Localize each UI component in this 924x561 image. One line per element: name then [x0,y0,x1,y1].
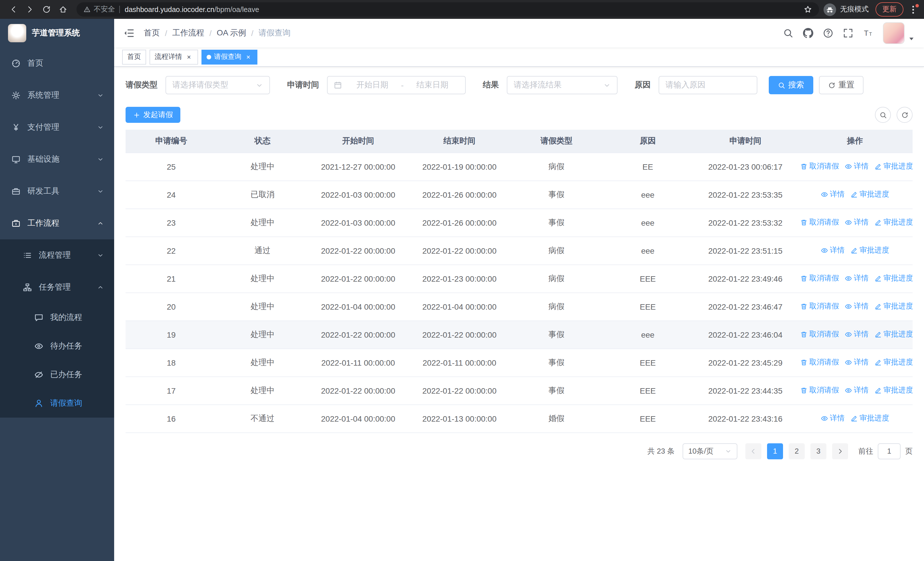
leave-type-select[interactable]: 请选择请假类型 [165,76,270,94]
tab-close-icon[interactable]: × [185,53,193,61]
action-detail-link[interactable]: 详情 [844,273,868,284]
cell-id: 18 [126,349,217,376]
docs-help-button[interactable] [823,28,833,38]
action-progress-link[interactable]: 审批进度 [874,357,913,368]
leave-type-placeholder: 请选择请假类型 [172,80,228,90]
sidebar-collapse-button[interactable] [123,27,135,39]
breadcrumb-item[interactable]: 首页 [144,28,160,38]
tab-process-detail[interactable]: 流程详情× [150,50,198,64]
action-cancel-link[interactable]: 取消请假 [800,301,839,311]
page-button-2[interactable]: 2 [789,443,805,459]
sidebar-item-devtools[interactable]: 研发工具 [0,175,114,208]
header-search-button[interactable] [783,28,793,38]
goto-page-input[interactable]: 1 [878,443,901,459]
home-button[interactable] [56,2,70,17]
breadcrumb-separator: / [251,29,254,38]
reason-input[interactable]: 请输入原因 [658,76,758,94]
tab-leave-query[interactable]: 请假查询× [201,50,257,64]
action-progress-link[interactable]: 审批进度 [850,413,889,424]
address-bar[interactable]: 不安全 dashboard.yudao.iocoder.cn /bpm/oa/l… [76,2,819,17]
action-detail-link[interactable]: 详情 [844,301,868,311]
sidebar-item-leave-query[interactable]: 请假查询 [0,389,114,418]
github-link[interactable] [803,28,813,38]
action-progress-link[interactable]: 审批进度 [850,190,889,200]
breadcrumb-item[interactable]: OA 示例 [217,28,246,38]
result-placeholder: 请选择流结果 [514,80,562,90]
sidebar-item-home[interactable]: 首页 [0,47,114,80]
toolbox-icon [11,187,21,196]
tab-home[interactable]: 首页 [122,50,146,64]
action-detail-link[interactable]: 详情 [821,190,844,200]
action-progress-link[interactable]: 审批进度 [874,217,913,228]
sidebar-item-system[interactable]: 系统管理 [0,80,114,111]
sidebar-item-done-task[interactable]: 已办任务 [0,361,114,389]
tab-close-icon[interactable]: × [244,53,252,61]
sidebar-item-todo-task[interactable]: 待办任务 [0,332,114,361]
action-progress-link[interactable]: 审批进度 [850,245,889,256]
action-progress-link[interactable]: 审批进度 [874,161,913,171]
back-button[interactable] [6,2,21,17]
view-icon [821,191,828,198]
sidebar-item-my-process[interactable]: 我的流程 [0,303,114,332]
action-detail-link[interactable]: 详情 [844,329,868,340]
leave-type-label: 请假类型 [126,80,158,90]
breadcrumb-item[interactable]: 工作流程 [172,28,204,38]
action-detail-link[interactable]: 详情 [844,217,868,228]
sidebar-item-workflow[interactable]: 工作流程 [0,208,114,239]
result-select[interactable]: 请选择流结果 [507,76,618,94]
page-button-3[interactable]: 3 [810,443,826,459]
forward-button[interactable] [22,2,37,17]
apply-time-range-picker[interactable]: 开始日期 - 结束日期 [327,76,466,94]
delete-icon [800,163,808,170]
bookmark-star-icon[interactable] [804,5,812,14]
delete-icon [800,275,808,282]
action-cancel-link[interactable]: 取消请假 [800,161,839,171]
chevron-down-icon [97,124,104,131]
refresh-table-button[interactable] [897,107,913,123]
app-logo-row[interactable]: 芋道管理系统 [0,19,114,47]
chevron-up-icon [97,220,104,227]
reset-button-label: 重置 [838,80,854,90]
action-detail-link[interactable]: 详情 [844,385,868,396]
action-progress-link[interactable]: 审批进度 [874,273,913,284]
action-detail-link[interactable]: 详情 [844,357,868,368]
action-detail-link[interactable]: 详情 [844,161,868,171]
action-cancel-link[interactable]: 取消请假 [800,217,839,228]
table-row: 22通过2022-01-22 00:00:002022-01-22 00:00:… [126,236,913,265]
sidebar-item-process-mgmt[interactable]: 流程管理 [0,239,114,271]
user-avatar[interactable] [883,22,904,44]
action-label: 详情 [854,217,868,228]
create-leave-button[interactable]: 发起请假 [126,107,180,123]
chevron-down-icon [97,156,104,163]
action-detail-link[interactable]: 详情 [821,245,844,256]
page-button-1[interactable]: 1 [767,443,783,459]
reload-button[interactable] [39,2,54,17]
toggle-search-button[interactable] [875,107,891,123]
action-progress-link[interactable]: 审批进度 [874,329,913,340]
caret-down-icon [908,35,915,42]
action-cancel-link[interactable]: 取消请假 [800,273,839,284]
font-size-button[interactable]: TT [863,28,873,38]
action-label: 审批进度 [860,413,889,424]
search-icon [879,111,886,119]
action-cancel-link[interactable]: 取消请假 [800,329,839,340]
action-cancel-link[interactable]: 取消请假 [800,385,839,396]
sidebar-item-task-mgmt[interactable]: 任务管理 [0,271,114,303]
sidebar-item-label: 已办任务 [50,370,82,380]
user-menu[interactable] [883,22,915,44]
action-progress-link[interactable]: 审批进度 [874,385,913,396]
browser-menu-button[interactable] [908,4,918,15]
cell-start: 2022-01-22 00:00:00 [308,320,408,349]
reset-button[interactable]: 重置 [819,76,864,94]
action-detail-link[interactable]: 详情 [821,413,844,424]
action-cancel-link[interactable]: 取消请假 [800,357,839,368]
page-size-select[interactable]: 10条/页 [682,443,737,459]
sidebar-item-payment[interactable]: 支付管理 [0,111,114,143]
sidebar-item-infrastructure[interactable]: 基础设施 [0,143,114,175]
action-progress-link[interactable]: 审批进度 [874,301,913,311]
fullscreen-button[interactable] [843,28,853,38]
browser-update-button[interactable]: 更新 [876,2,903,17]
search-button[interactable]: 搜索 [769,76,813,94]
prev-page-button[interactable] [746,443,761,459]
next-page-button[interactable] [832,443,848,459]
